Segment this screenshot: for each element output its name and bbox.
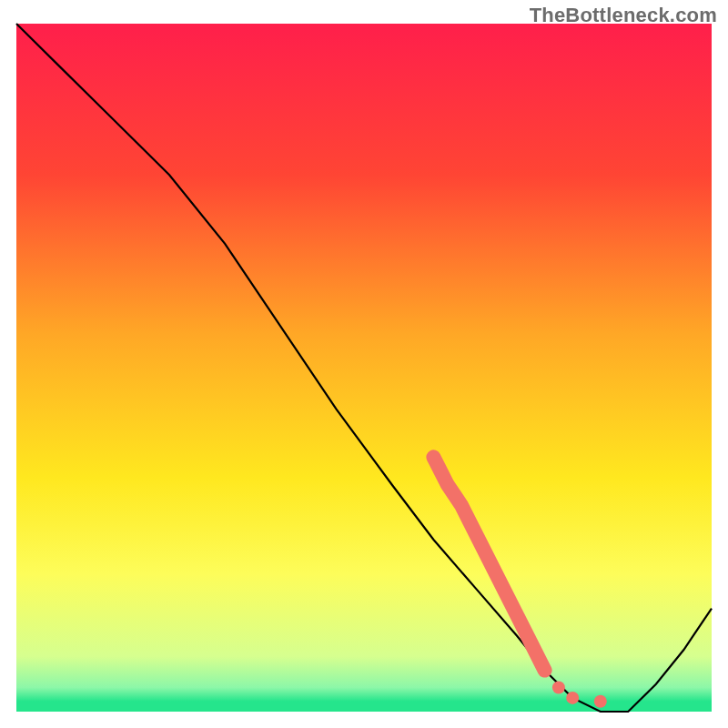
- coral-dot: [594, 695, 607, 708]
- chart-svg: [0, 0, 728, 728]
- coral-dot: [566, 692, 579, 704]
- coral-dot: [552, 682, 565, 694]
- watermark-text: TheBottleneck.com: [530, 4, 717, 27]
- chart-canvas: { "watermark": "TheBottleneck.com", "cha…: [0, 0, 728, 728]
